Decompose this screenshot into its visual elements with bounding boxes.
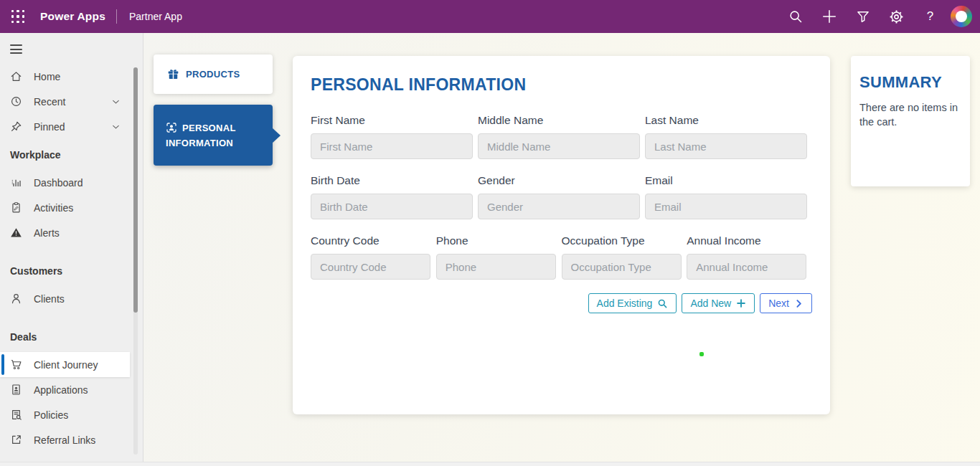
horizontal-scrollbar[interactable] [0,462,980,466]
alert-triangle-icon [10,227,22,239]
sidebar-item-label: Applications [34,384,88,396]
sidebar-item-label: Recent [34,96,65,108]
field-label: Gender [478,174,645,187]
field-label: Phone [436,234,562,247]
field-label: Middle Name [478,114,645,127]
gift-icon [167,68,179,80]
id-card-icon [10,384,22,396]
middle-name-input[interactable] [478,133,640,159]
field-email: Email [645,174,812,219]
home-icon [10,70,22,82]
form-actions: Add Existing Add New Next [311,293,812,313]
field-annual-income: Annual Income [687,234,812,280]
first-name-input[interactable] [311,133,473,159]
person-badge-icon [166,122,177,133]
form-row-1: First Name Middle Name Last Name [311,114,812,159]
birth-date-input[interactable] [311,194,473,219]
field-label: Country Code [311,234,436,247]
person-icon [10,293,22,305]
plus-icon [736,298,746,308]
field-gender: Gender [478,174,645,219]
sidebar-item-dashboard[interactable]: Dashboard [0,170,143,195]
sidebar-item-policies[interactable]: Policies [0,402,143,427]
add-new-button[interactable]: Add New [682,293,755,313]
field-label: Email [645,174,812,187]
button-label: Add New [690,298,731,309]
sidebar-item-label: Policies [34,409,68,421]
clock-icon [10,95,22,108]
app-launcher-icon[interactable] [1,0,34,33]
sidebar-item-label: Client Journey [34,359,98,371]
field-birth-date: Birth Date [311,174,478,219]
add-existing-button[interactable]: Add Existing [588,293,677,313]
filter-icon[interactable] [846,0,880,33]
cart-icon [10,358,22,371]
search-icon[interactable] [778,0,812,33]
phone-input[interactable] [436,254,556,280]
sidebar-item-label: Dashboard [34,177,83,189]
brand-title: Power Apps [40,10,105,23]
header-actions: ? [778,0,980,33]
selected-tab-arrow [272,128,281,143]
sidebar-section-customers: Customers [0,258,143,283]
sidebar-item-referral-links[interactable]: Referral Links [0,427,143,452]
help-glyph: ? [927,9,933,24]
chevron-right-icon [794,299,804,308]
chevron-down-icon[interactable] [110,121,121,132]
sidebar-item-client-journey[interactable]: Client Journey [0,352,130,377]
sidebar-item-pinned[interactable]: Pinned [0,114,143,139]
sidebar-item-label: Pinned [34,121,65,133]
sidebar-scrollbar-thumb[interactable] [133,67,138,313]
gear-icon[interactable] [880,0,913,33]
field-label: Occupation Type [562,234,687,247]
sidebar-item-alerts[interactable]: Alerts [0,220,143,245]
document-search-icon [10,409,22,421]
sidebar-item-applications[interactable]: Applications [0,377,143,402]
avatar[interactable] [951,6,972,27]
field-label: Annual Income [687,234,812,247]
sidebar-item-label: Activities [34,202,73,214]
field-first-name: First Name [311,114,478,159]
button-label: Next [768,298,789,309]
tab-products[interactable]: PRODUCTS [154,54,273,94]
waffle-grid [11,10,25,24]
plus-icon[interactable] [812,0,846,33]
email-input[interactable] [645,194,807,219]
sidebar-item-clients[interactable]: Clients [0,286,143,311]
wizard-steps: PRODUCTS PERSONAL INFORMATION [154,54,273,166]
sidebar-item-recent[interactable]: Recent [0,89,143,114]
country-code-input[interactable] [311,254,430,280]
sidebar-item-activities[interactable]: Activities [0,195,143,220]
tab-personal-information[interactable]: PERSONAL INFORMATION [154,105,273,166]
annual-income-input[interactable] [687,254,806,280]
field-label: First Name [311,114,478,127]
status-dot [699,352,704,356]
top-app-bar: Power Apps Partner App ? [0,0,980,33]
field-occupation-type: Occupation Type [562,234,687,280]
last-name-input[interactable] [645,133,807,159]
sidebar-item-label: Home [34,71,60,82]
sidebar: Home Recent Pinned Workplace Dashboard A… [0,33,143,462]
summary-card: SUMMARY There are no items in the cart. [851,56,970,186]
occupation-type-input[interactable] [562,254,682,280]
field-label: Birth Date [311,174,478,187]
chevron-down-icon[interactable] [110,96,121,107]
summary-empty-message: There are no items in the cart. [859,101,960,129]
sidebar-section-deals: Deals [0,324,143,349]
field-middle-name: Middle Name [478,114,645,159]
pin-icon [10,120,22,133]
sidebar-item-label: Clients [34,293,65,305]
sidebar-item-home[interactable]: Home [0,64,143,89]
next-button[interactable]: Next [760,293,812,313]
gender-input[interactable] [478,194,640,219]
help-icon[interactable]: ? [913,0,947,33]
dashboard-icon [10,176,22,189]
sidebar-section-workplace: Workplace [0,142,143,167]
tab-label: PRODUCTS [186,69,240,80]
summary-title: SUMMARY [859,73,960,92]
personal-information-card: PERSONAL INFORMATION First Name Middle N… [293,56,830,414]
app-title: Partner App [129,11,182,22]
field-country-code: Country Code [311,234,436,280]
hamburger-menu-icon[interactable] [0,33,33,54]
external-link-icon [10,434,22,446]
